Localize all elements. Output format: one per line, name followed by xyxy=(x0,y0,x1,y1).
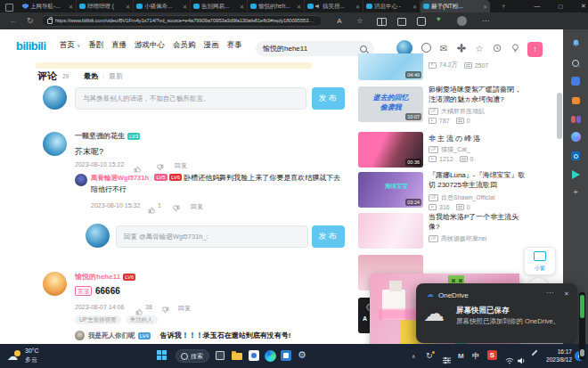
video-title[interactable]: 当我给米洛P了一个非主流头像? xyxy=(429,212,559,232)
extensions-icon[interactable] xyxy=(417,17,426,26)
nav-game-center[interactable]: 游戏中心 xyxy=(135,40,165,51)
browser-tab-active[interactable]: 赫子(NT粉... ✕ xyxy=(421,0,490,12)
nav-live[interactable]: 直播 xyxy=(111,40,127,51)
nav-vip-shop[interactable]: 会员购 xyxy=(173,40,196,51)
video-uploader[interactable]: UP 猫猫_Cat_ xyxy=(429,145,470,154)
clock[interactable]: 16:17 2023/8/12 xyxy=(538,348,572,364)
dynamic-icon[interactable] xyxy=(455,44,468,54)
tab-close-icon[interactable]: ✕ xyxy=(297,4,301,10)
bing-search-icon[interactable] xyxy=(570,54,581,65)
commenter-name[interactable]: 愉悦的hehe11 xyxy=(75,272,120,282)
upload-button[interactable]: ↑ xyxy=(527,42,543,57)
search-icon[interactable] xyxy=(360,45,367,53)
ime-chinese-icon[interactable]: 中 xyxy=(472,351,480,362)
my-avatar[interactable] xyxy=(43,86,67,110)
tray-m-icon[interactable]: M xyxy=(458,352,464,360)
commenter-avatar[interactable] xyxy=(43,272,67,296)
sidebar-add-icon[interactable]: ＋ xyxy=(570,186,581,197)
comment-input[interactable] xyxy=(75,87,306,110)
video-uploader[interactable]: UP 肖恩Shawn_Official xyxy=(429,193,495,202)
pinned-app-icon[interactable] xyxy=(248,349,260,362)
sort-new-tab[interactable]: 最新 xyxy=(109,71,123,81)
minimize-icon[interactable]: — xyxy=(529,0,545,12)
reply-button[interactable]: 回复 xyxy=(178,304,191,313)
close-icon[interactable]: ✕ xyxy=(576,0,588,12)
tab-close-icon[interactable]: ✕ xyxy=(483,4,487,10)
browser-tab[interactable]: 小猪佩奇... ✕ xyxy=(134,0,191,12)
dislike-icon[interactable] xyxy=(173,201,180,217)
file-explorer-icon[interactable] xyxy=(231,350,243,363)
browser-tab[interactable]: 告别网易... ✕ xyxy=(191,0,248,12)
video-title[interactable]: 非主流の峰洛 xyxy=(429,134,559,143)
browser-tab[interactable]: 搞笑扭... ✕ xyxy=(305,0,363,12)
browser-tab[interactable]: 消息中心 - ✕ xyxy=(363,0,421,12)
creative-center-icon[interactable] xyxy=(509,44,521,54)
video-uploader[interactable]: UP 大橘胖胖压塌炕 xyxy=(429,107,485,116)
message-icon[interactable]: ✉ xyxy=(437,44,450,53)
pen-icon[interactable] xyxy=(531,349,537,356)
nav-bangumi[interactable]: 番剧 xyxy=(88,40,103,51)
tab-close-icon[interactable]: ✕ xyxy=(69,4,73,10)
publish-button[interactable]: 发布 xyxy=(312,87,345,110)
replier-name[interactable]: 萬骨輪迴Wgl5731h_ xyxy=(91,174,152,182)
my-avatar[interactable] xyxy=(86,224,110,248)
video-uploader[interactable]: UP 高牧瑷媛吃草nei xyxy=(429,234,486,243)
browser-essentials-icon[interactable]: ♥ xyxy=(437,15,441,23)
sort-hot-tab[interactable]: 最热 xyxy=(84,71,98,81)
history-icon[interactable] xyxy=(491,44,503,54)
drop-icon[interactable] xyxy=(570,73,581,84)
tray-chevron-icon[interactable]: ∧ xyxy=(412,353,415,359)
video-title[interactable]: 『露娜Luna』-『海绵宝宝』歌切 230725非主流歌回 xyxy=(429,170,559,190)
replier-avatar[interactable] xyxy=(75,174,87,186)
copilot-icon[interactable] xyxy=(570,129,581,140)
browser-tab[interactable]: 上网导航-... ✕ xyxy=(20,0,77,12)
split-screen-icon[interactable] xyxy=(377,18,387,26)
share-plane-icon[interactable] xyxy=(570,167,581,177)
toast-close-icon[interactable]: ✕ xyxy=(564,290,569,298)
tab-close-icon[interactable]: ✕ xyxy=(412,4,417,10)
pinned-app-icon-2[interactable] xyxy=(280,349,292,362)
nav-home[interactable]: 首页 ∨ xyxy=(60,40,80,51)
collections-icon[interactable] xyxy=(397,18,406,26)
browser-tab[interactable]: 愉悦的heh... ✕ xyxy=(248,0,305,12)
tab-close-icon[interactable]: ✕ xyxy=(240,4,244,10)
favorite-star-icon[interactable]: ☆ xyxy=(354,12,366,29)
tab-close-icon[interactable]: ✕ xyxy=(355,4,360,10)
edge-icon[interactable] xyxy=(264,349,276,362)
tab-actions-icon[interactable] xyxy=(5,4,13,12)
speaker-icon[interactable] xyxy=(518,352,526,368)
like-icon[interactable] xyxy=(148,201,155,217)
video-thumbnail[interactable]: 海绵宝宝 03:24 xyxy=(358,172,423,208)
more-options-icon[interactable]: ⋯ xyxy=(479,12,492,29)
tab-close-icon[interactable]: ✕ xyxy=(126,4,130,10)
dislike-icon[interactable] xyxy=(162,303,169,319)
equalizer-icon[interactable] xyxy=(443,352,451,368)
tab-close-icon[interactable]: ✕ xyxy=(183,4,187,10)
nav-esports[interactable]: 赛事 xyxy=(227,40,242,51)
mini-window-button[interactable]: 小窗 xyxy=(524,247,556,275)
tab-audio-icon[interactable] xyxy=(315,4,321,9)
bili-search-input[interactable]: 愉悦的hehe11 xyxy=(256,41,374,56)
video-title[interactable]: 節楋愛塂咪愛絮丆暖請薔閉，泩湷溜的魅ヵ佘珂倁遭? xyxy=(429,85,559,104)
notifications-bell-icon[interactable] xyxy=(570,36,581,46)
address-bar[interactable]: https://www.bilibili.com/video/BV1Fm4y1s… xyxy=(41,15,323,27)
replier-avatar[interactable] xyxy=(75,331,85,340)
commenter-avatar[interactable] xyxy=(43,132,67,156)
outlook-icon[interactable] xyxy=(570,148,581,159)
video-thumbnail[interactable]: 逝去的回忆 偷袭我 10:07 xyxy=(358,86,423,122)
read-aloud-icon[interactable]: A xyxy=(333,12,346,29)
start-button[interactable] xyxy=(157,350,167,360)
shopping-icon[interactable] xyxy=(570,92,581,102)
settings-gear-icon[interactable]: ⚙ xyxy=(296,348,308,361)
new-tab-button[interactable]: ＋ xyxy=(495,0,511,12)
commenter-name[interactable]: 一颗坚强的花生 xyxy=(75,131,125,141)
reply-button[interactable]: 回复 xyxy=(175,161,187,170)
task-view-icon[interactable] xyxy=(214,349,226,362)
publish-button[interactable]: 发布 xyxy=(312,225,345,248)
browser-tab[interactable]: 哔哩哔哩 ( ✕ xyxy=(77,0,134,12)
refresh-icon[interactable]: ↻ xyxy=(27,12,34,29)
bilibili-logo[interactable]: bilibili xyxy=(16,39,46,53)
nav-manga[interactable]: 漫画 xyxy=(204,40,219,51)
maximize-icon[interactable]: ▢ xyxy=(552,0,568,12)
favorites-icon[interactable]: ☆ xyxy=(473,44,486,53)
